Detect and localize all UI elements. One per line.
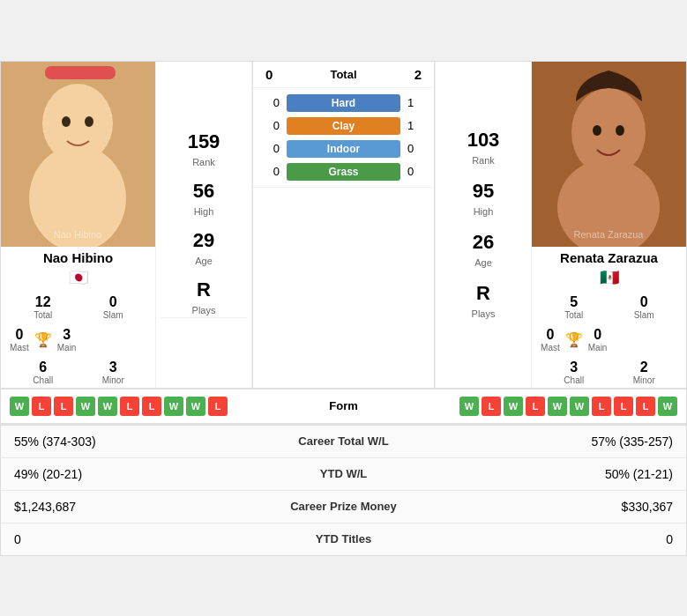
surface-row-hard: 0 Hard 1 (253, 92, 434, 115)
surface-row-indoor: 0 Indoor 0 (253, 137, 434, 160)
left-center-stats: 159 Rank 56 High 29 Age R Plays (155, 62, 252, 388)
center-match-block: 0 Total 2 0 Hard 1 0 Clay 1 0 Indoor 0 0… (252, 62, 435, 388)
right-player-card: Renata Zarazua Renata Zarazua 🇲🇽 5 Total… (532, 62, 686, 388)
svg-text:Renata Zarazua: Renata Zarazua (574, 229, 645, 240)
right-rank-lbl: Rank (472, 155, 495, 166)
svg-point-4 (62, 116, 71, 127)
right-main-lbl: Main (588, 343, 608, 353)
right-minor-lbl: Minor (609, 375, 680, 385)
form-badge-right-6: L (592, 397, 611, 416)
form-badge-left-2: L (54, 397, 73, 416)
total-label: Total (330, 68, 356, 81)
surface-score-left-0: 0 (260, 96, 280, 109)
surface-btn-clay[interactable]: Clay (287, 117, 400, 135)
form-badge-right-1: L (482, 397, 501, 416)
right-total-val: 5 (539, 294, 609, 310)
surface-row-clay: 0 Clay 1 (253, 115, 434, 137)
stats-label-3: YTD Titles (234, 532, 453, 545)
right-center-stats: 103 Rank 95 High 26 Age R Plays (435, 62, 532, 388)
left-high-val: 56 (193, 180, 214, 203)
right-plays-val: R (472, 282, 496, 305)
stats-right-2: $330,367 (453, 500, 673, 514)
left-total-lbl: Total (8, 310, 78, 320)
right-slam-val: 0 (609, 294, 680, 310)
left-rank: 159 Rank (188, 130, 220, 169)
right-age-lbl: Age (474, 257, 492, 268)
top-section: Nao Hibino Nao Hibino 🇯🇵 12 Total 0 Slam (1, 62, 686, 388)
svg-rect-3 (45, 66, 116, 79)
match-container: Nao Hibino Nao Hibino 🇯🇵 12 Total 0 Slam (0, 61, 687, 556)
left-player-stats: 12 Total 0 Slam 0 Mast 🏆 3 (8, 292, 148, 388)
surface-btn-grass[interactable]: Grass (287, 163, 400, 181)
surface-btn-hard[interactable]: Hard (287, 94, 400, 112)
right-main-val: 0 (588, 327, 608, 343)
left-main-lbl: Main (57, 343, 77, 353)
surface-score-left-3: 0 (260, 165, 280, 178)
left-total-cell: 12 Total (8, 292, 78, 323)
stats-left-0: 55% (374-303) (14, 434, 234, 449)
form-badge-left-0: W (10, 397, 29, 416)
right-player-info: Renata Zarazua 🇲🇽 5 Total 0 Slam (532, 247, 686, 388)
form-section: WLLWWLLWWL Form WLWLWWLLLW (1, 388, 686, 424)
left-rank-val: 159 (188, 130, 220, 153)
right-minor-val: 2 (609, 360, 680, 375)
left-age: 29 Age (193, 229, 214, 268)
right-rank: 103 Rank (467, 129, 500, 167)
left-age-val: 29 (193, 229, 214, 252)
form-badge-right-0: W (459, 397, 479, 416)
right-slam-cell: 0 Slam (609, 292, 680, 323)
left-chall-lbl: Chall (8, 375, 78, 385)
left-rank-block: 159 Rank 56 High 29 Age R Plays (161, 130, 247, 318)
surface-score-right-0: 1 (407, 96, 427, 109)
left-mast-val: 0 (10, 327, 29, 343)
form-badge-left-9: L (208, 397, 228, 416)
stats-left-2: $1,243,687 (14, 500, 234, 514)
right-chall-lbl: Chall (539, 375, 609, 385)
stats-left-1: 49% (20-21) (14, 467, 234, 481)
form-badges-right: WLWLWWLLLW (397, 397, 678, 416)
trophy-icon-right: 🏆 (565, 331, 583, 348)
trophy-icon-left: 🏆 (34, 331, 52, 348)
right-chall-cell: 3 Chall (539, 357, 609, 388)
left-plays: R Plays (192, 278, 216, 317)
right-plays: R Plays (472, 282, 496, 321)
right-player-flag: 🇲🇽 (539, 268, 679, 287)
left-total-val: 12 (8, 294, 78, 310)
form-badge-right-9: W (658, 397, 677, 416)
right-high-val: 95 (473, 180, 494, 203)
stats-row-1: 49% (20-21) YTD W/L 50% (21-21) (1, 458, 686, 491)
surface-score-right-1: 1 (407, 119, 427, 132)
right-age-val: 26 (473, 231, 494, 254)
surface-btn-indoor[interactable]: Indoor (287, 140, 400, 158)
left-slam-val: 0 (78, 294, 149, 310)
left-mast-cell: 0 Mast 🏆 3 Main (8, 324, 78, 355)
surface-row-grass: 0 Grass 0 (253, 160, 434, 183)
form-badge-left-6: L (142, 397, 161, 416)
stats-row-3: 0 YTD Titles 0 (1, 523, 686, 555)
stats-table: 55% (374-303) Career Total W/L 57% (335-… (1, 424, 686, 555)
total-score-right: 2 (414, 67, 422, 82)
right-player-name: Renata Zarazua (539, 250, 679, 265)
surface-score-left-1: 0 (260, 119, 280, 132)
form-badge-right-8: L (636, 397, 655, 416)
right-player-stats: 5 Total 0 Slam 0 Mast 🏆 0 (539, 292, 679, 388)
right-age: 26 Age (473, 231, 494, 270)
stats-right-0: 57% (335-257) (453, 434, 673, 449)
right-high-lbl: High (474, 206, 494, 217)
surface-score-left-2: 0 (260, 142, 280, 155)
total-row: 0 Total 2 (253, 62, 434, 88)
form-badge-left-4: W (98, 397, 117, 416)
left-high: 56 High (193, 180, 214, 219)
form-badge-right-3: L (526, 397, 545, 416)
stats-label-2: Career Prize Money (234, 500, 453, 513)
form-badge-left-8: W (186, 397, 205, 416)
right-total-cell: 5 Total (539, 292, 609, 323)
left-mast-lbl: Mast (10, 343, 29, 353)
right-mast-lbl: Mast (541, 343, 560, 353)
surface-score-right-2: 0 (407, 142, 427, 155)
left-plays-val: R (192, 278, 216, 301)
right-slam-lbl: Slam (609, 310, 680, 320)
left-player-flag: 🇯🇵 (8, 268, 148, 287)
total-score-left: 0 (265, 67, 273, 82)
left-minor-val: 3 (78, 360, 149, 375)
